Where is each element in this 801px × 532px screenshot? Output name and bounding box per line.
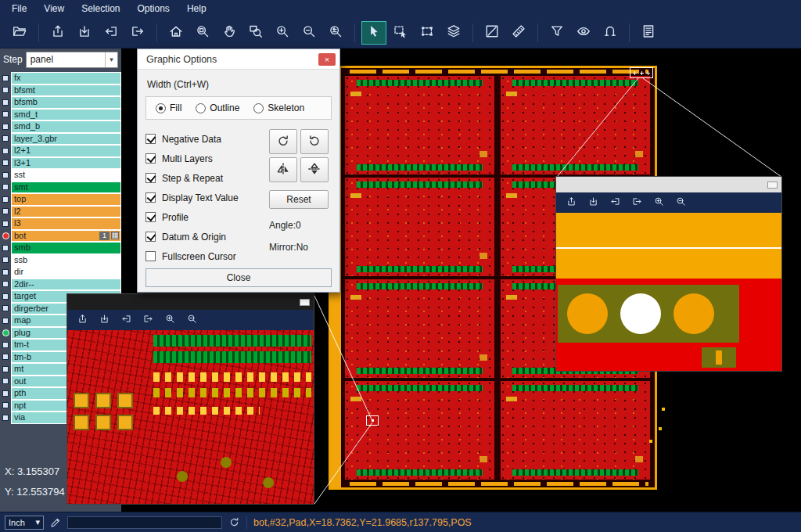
layer-visibility-toggle[interactable] (0, 230, 11, 243)
layer-visibility-toggle[interactable] (0, 315, 11, 327)
checkbox-multi-layers[interactable]: Multi Layers (145, 149, 264, 168)
layer-item[interactable]: bot1 (11, 230, 121, 243)
import-bottom-button[interactable] (72, 21, 97, 45)
report-button[interactable] (636, 21, 661, 45)
checkbox-datum-origin[interactable]: Datum & Origin (145, 227, 264, 246)
import-top-button[interactable] (45, 21, 70, 45)
menu-options[interactable]: Options (129, 0, 178, 17)
dialog-titlebar[interactable]: Graphic Options × (138, 49, 339, 70)
layer-visibility-toggle[interactable] (0, 120, 11, 133)
layer-item[interactable]: smd_t (11, 109, 121, 121)
close-button[interactable]: Close (145, 268, 332, 287)
layer-visibility-toggle[interactable] (0, 169, 11, 182)
pan-hand-button[interactable] (217, 21, 242, 45)
import-left-button[interactable] (99, 21, 124, 45)
layer-visibility-toggle[interactable] (0, 351, 11, 364)
open-folder-button[interactable] (7, 21, 32, 45)
unit-select[interactable]: Inch ▾ (5, 516, 44, 530)
layer-visibility-toggle[interactable] (0, 266, 11, 279)
layer-item[interactable]: dir (11, 266, 121, 279)
checkbox-display-text-value[interactable]: Display Text Value (145, 188, 264, 207)
layer-visibility-toggle[interactable] (0, 182, 11, 194)
import-bottom-button[interactable] (584, 195, 602, 210)
zoom-window-button[interactable] (243, 21, 268, 45)
layer-visibility-toggle[interactable] (0, 327, 11, 340)
layer-item[interactable]: bfsmb (11, 96, 121, 109)
layer-item[interactable]: smt (11, 182, 121, 194)
select-rect-button[interactable] (388, 21, 413, 45)
eye-button[interactable] (571, 21, 596, 45)
checkbox-fullscreen-cursor[interactable]: Fullscreen Cursor (145, 246, 264, 266)
layer-item[interactable]: top (11, 193, 121, 206)
layer-visibility-toggle[interactable] (0, 400, 11, 412)
layer-visibility-toggle[interactable] (0, 133, 11, 146)
reset-button[interactable]: Reset (269, 190, 329, 209)
layer-visibility-toggle[interactable] (0, 96, 11, 109)
checkbox-negative-data[interactable]: Negative Data (145, 129, 264, 149)
import-top-button[interactable] (562, 195, 580, 210)
layer-visibility-toggle[interactable] (0, 279, 11, 291)
layer-visibility-toggle[interactable] (0, 217, 11, 230)
import-right-button[interactable] (627, 195, 646, 210)
layer-item[interactable]: smb (11, 242, 121, 254)
layer-visibility-toggle[interactable] (0, 84, 11, 97)
import-top-button[interactable] (73, 312, 92, 328)
menu-selection[interactable]: Selection (73, 0, 128, 17)
layer-visibility-toggle[interactable] (0, 157, 11, 170)
layer-visibility-toggle[interactable] (0, 72, 11, 84)
layer-item[interactable]: l2+1 (11, 145, 121, 157)
layer-visibility-toggle[interactable] (0, 290, 11, 303)
layer-item[interactable]: ssb (11, 254, 121, 267)
layer-item[interactable]: smd_b (11, 120, 121, 133)
close-icon[interactable]: × (318, 53, 336, 66)
zoom-fit-button[interactable] (190, 21, 215, 45)
radio-skeleton[interactable]: Skeleton (253, 102, 304, 113)
step-select[interactable]: panel ▾ (26, 52, 118, 68)
layer-item[interactable]: sst (11, 169, 121, 182)
rotate-ccw-button[interactable] (300, 129, 329, 154)
layer-visibility-toggle[interactable] (0, 387, 11, 400)
refresh-icon[interactable] (228, 516, 240, 528)
menu-view[interactable]: View (35, 0, 73, 17)
home-button[interactable] (163, 21, 189, 45)
import-bottom-button[interactable] (95, 312, 113, 328)
layers-stack-button[interactable] (441, 21, 466, 45)
import-right-button[interactable] (138, 312, 157, 328)
radio-fill[interactable]: Fill (156, 102, 181, 113)
zoom-previous-button[interactable] (323, 21, 348, 45)
filter-button[interactable] (544, 21, 569, 45)
select-arrow-button[interactable] (361, 21, 386, 45)
flip-v-button[interactable] (300, 157, 329, 182)
magnifier-1-titlebar[interactable] (67, 294, 314, 310)
minimize-box-icon[interactable] (300, 299, 310, 306)
minimize-box-icon[interactable] (767, 182, 778, 189)
layer-visibility-toggle[interactable] (0, 109, 11, 121)
import-right-button[interactable] (125, 21, 150, 45)
menu-help[interactable]: Help (178, 0, 215, 17)
layer-item[interactable]: fx (11, 72, 121, 84)
zoom-out-button[interactable] (671, 195, 690, 210)
layer-item[interactable]: layer_3.gbr (11, 133, 121, 146)
zoom-in-button[interactable] (649, 195, 668, 210)
command-input[interactable] (67, 516, 222, 529)
layer-visibility-toggle[interactable] (0, 412, 11, 424)
layer-visibility-toggle[interactable] (0, 339, 11, 351)
magnifier-2-titlebar[interactable] (556, 177, 781, 192)
layer-visibility-toggle[interactable] (0, 254, 11, 267)
magnifier-1-view[interactable] (67, 330, 314, 504)
zoom-out-button[interactable] (296, 21, 321, 45)
layer-visibility-toggle[interactable] (0, 206, 11, 218)
checkbox-profile[interactable]: Profile (145, 207, 264, 227)
layer-visibility-toggle[interactable] (0, 376, 11, 388)
select-poly-button[interactable] (415, 21, 440, 45)
import-left-button[interactable] (117, 312, 135, 328)
layer-visibility-toggle[interactable] (0, 242, 11, 254)
trace-button[interactable] (598, 21, 623, 45)
layer-item[interactable]: l3+1 (11, 157, 121, 170)
zoom-in-button[interactable] (160, 312, 179, 328)
menu-file[interactable]: File (3, 0, 35, 17)
checkbox-step-repeat[interactable]: Step & Repeat (145, 168, 264, 188)
layer-item[interactable]: l3 (11, 217, 121, 230)
zoom-out-button[interactable] (182, 312, 201, 328)
flip-h-button[interactable] (269, 157, 297, 182)
